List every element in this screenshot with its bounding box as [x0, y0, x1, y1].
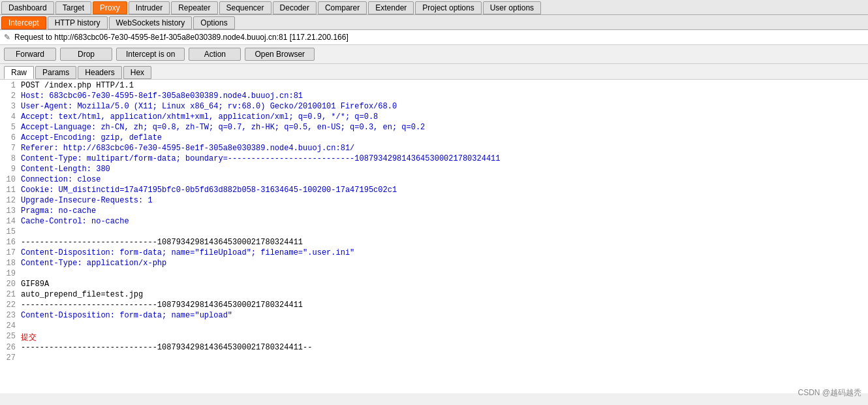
table-row: 20GIF89A: [0, 280, 868, 290]
line-content: [21, 227, 867, 238]
drop-button[interactable]: Drop: [60, 48, 112, 61]
line-number: 22: [1, 300, 21, 311]
top-nav-item-repeater[interactable]: Repeater: [171, 1, 217, 14]
intercept-button[interactable]: Intercept is on: [116, 48, 185, 61]
top-nav-item-dashboard[interactable]: Dashboard: [1, 1, 54, 14]
content-tab-headers[interactable]: Headers: [78, 66, 121, 79]
line-content: POST /index.php HTTP/1.1: [21, 81, 867, 91]
line-content: -----------------------------10879342981…: [21, 300, 867, 311]
line-number: 20: [1, 280, 21, 290]
line-content: Accept-Language: zh-CN, zh; q=0.8, zh-TW…: [21, 123, 867, 133]
line-content: Referer: http://683cbc06-7e30-4595-8e1f-…: [21, 144, 867, 154]
line-content: Content-Type: multipart/form-data; bound…: [21, 154, 867, 165]
top-nav: DashboardTargetProxyIntruderRepeaterSequ…: [0, 0, 868, 15]
line-content: GIF89A: [21, 280, 867, 290]
line-number: 18: [1, 259, 21, 269]
top-nav-item-target[interactable]: Target: [55, 1, 91, 14]
line-content: -----------------------------10879342981…: [21, 238, 867, 248]
line-number: 13: [1, 206, 21, 217]
line-content: Cache-Control: no-cache: [21, 217, 867, 227]
line-content: Content-Disposition: form-data; name="up…: [21, 311, 867, 321]
table-row: 3User-Agent: Mozilla/5.0 (X11; Linux x86…: [0, 102, 868, 112]
line-content: Host: 683cbc06-7e30-4595-8e1f-305a8e0303…: [21, 91, 867, 102]
content-tab-raw[interactable]: Raw: [4, 66, 34, 79]
line-number: 16: [1, 238, 21, 248]
table-row: 19: [0, 269, 868, 280]
top-nav-item-sequencer[interactable]: Sequencer: [219, 1, 271, 14]
line-content: Connection: close: [21, 175, 867, 186]
edit-icon: ✎: [4, 33, 10, 42]
table-row: 4Accept: text/html, application/xhtml+xm…: [0, 112, 868, 123]
line-content: [21, 321, 867, 332]
line-content: [21, 353, 867, 364]
request-bar: ✎ Request to http://683cbc06-7e30-4595-8…: [0, 30, 868, 45]
action-button[interactable]: Action: [189, 48, 241, 61]
line-number: 2: [1, 91, 21, 102]
line-content: Content-Disposition: form-data; name="fi…: [21, 248, 867, 259]
sub-nav-item-http-history[interactable]: HTTP history: [48, 16, 108, 29]
sub-nav-item-intercept[interactable]: Intercept: [1, 16, 46, 29]
table-row: 17Content-Disposition: form-data; name="…: [0, 248, 868, 259]
line-number: 11: [1, 186, 21, 196]
line-number: 6: [1, 133, 21, 144]
sub-nav: InterceptHTTP historyWebSockets historyO…: [0, 15, 868, 30]
line-content: Pragma: no-cache: [21, 206, 867, 217]
request-url: Request to http://683cbc06-7e30-4595-8e1…: [14, 33, 349, 42]
sub-nav-item-options[interactable]: Options: [193, 16, 234, 29]
top-nav-item-user-options[interactable]: User options: [483, 1, 541, 14]
table-row: 21auto_prepend_file=test.jpg: [0, 290, 868, 300]
top-nav-item-comparer[interactable]: Comparer: [318, 1, 367, 14]
top-nav-item-proxy[interactable]: Proxy: [93, 1, 127, 14]
table-row: 14Cache-Control: no-cache: [0, 217, 868, 227]
line-number: 23: [1, 311, 21, 321]
table-row: 15: [0, 227, 868, 238]
watermark: CSDN @越码越秃: [798, 387, 861, 393]
line-number: 14: [1, 217, 21, 227]
top-nav-item-intruder[interactable]: Intruder: [129, 1, 170, 14]
content-area[interactable]: 1POST /index.php HTTP/1.12Host: 683cbc06…: [0, 80, 868, 393]
line-number: 9: [1, 165, 21, 175]
content-tab-hex[interactable]: Hex: [123, 66, 151, 79]
sub-nav-item-websockets-history[interactable]: WebSockets history: [109, 16, 193, 29]
line-number: 26: [1, 343, 21, 353]
open-browser-button[interactable]: Open Browser: [245, 48, 315, 61]
table-row: 12Upgrade-Insecure-Requests: 1: [0, 196, 868, 206]
table-row: 9Content-Length: 380: [0, 165, 868, 175]
line-number: 25: [1, 332, 21, 343]
line-number: 24: [1, 321, 21, 332]
line-content: auto_prepend_file=test.jpg: [21, 290, 867, 300]
table-row: 7Referer: http://683cbc06-7e30-4595-8e1f…: [0, 144, 868, 154]
forward-button[interactable]: Forward: [4, 48, 56, 61]
line-number: 1: [1, 81, 21, 91]
line-number: 15: [1, 227, 21, 238]
line-number: 4: [1, 112, 21, 123]
line-number: 17: [1, 248, 21, 259]
table-row: 10Connection: close: [0, 175, 868, 186]
line-content: Content-Type: application/x-php: [21, 259, 867, 269]
content-tab-params[interactable]: Params: [35, 66, 76, 79]
line-content: Accept: text/html, application/xhtml+xml…: [21, 112, 867, 123]
table-row: 25提交: [0, 332, 868, 343]
table-row: 6Accept-Encoding: gzip, deflate: [0, 133, 868, 144]
line-number: 5: [1, 123, 21, 133]
content-tabs: RawParamsHeadersHex: [0, 64, 868, 80]
top-nav-item-project-options[interactable]: Project options: [415, 1, 481, 14]
table-row: 22-----------------------------108793429…: [0, 300, 868, 311]
line-content: Content-Length: 380: [21, 165, 867, 175]
action-bar: Forward Drop Intercept is on Action Open…: [0, 45, 868, 64]
line-content: Upgrade-Insecure-Requests: 1: [21, 196, 867, 206]
table-row: 27: [0, 353, 868, 364]
table-row: 2Host: 683cbc06-7e30-4595-8e1f-305a8e030…: [0, 91, 868, 102]
line-number: 8: [1, 154, 21, 165]
line-number: 27: [1, 353, 21, 364]
table-row: 24: [0, 321, 868, 332]
line-content: Cookie: UM_distinctid=17a47195bfc0-0b5fd…: [21, 186, 867, 196]
line-content: Accept-Encoding: gzip, deflate: [21, 133, 867, 144]
line-number: 21: [1, 290, 21, 300]
top-nav-item-extender[interactable]: Extender: [368, 1, 414, 14]
table-row: 8Content-Type: multipart/form-data; boun…: [0, 154, 868, 165]
line-number: 7: [1, 144, 21, 154]
table-row: 23Content-Disposition: form-data; name="…: [0, 311, 868, 321]
table-row: 26-----------------------------108793429…: [0, 343, 868, 353]
top-nav-item-decoder[interactable]: Decoder: [273, 1, 317, 14]
